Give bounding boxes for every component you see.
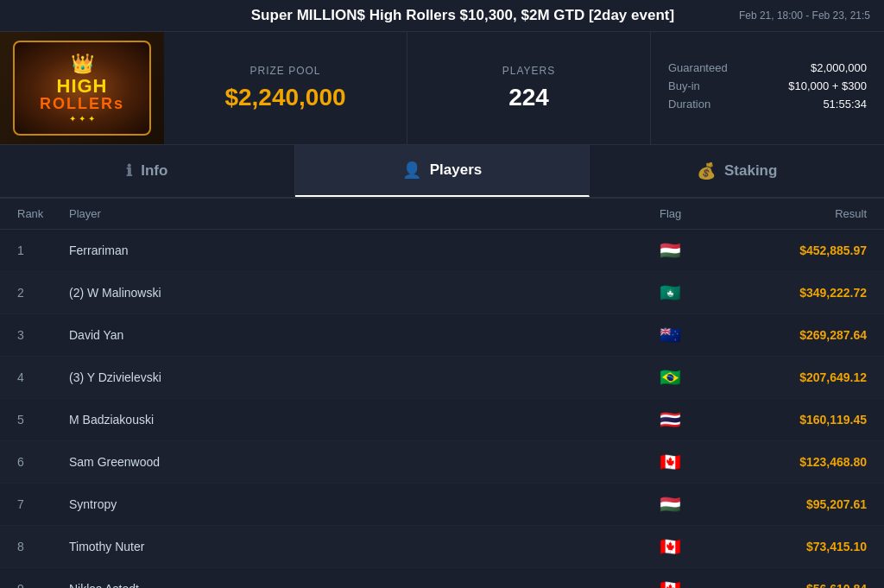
- prize-pool-section: Prize Pool $2,240,000: [164, 32, 407, 144]
- table-row[interactable]: 3 David Yan 🇳🇿 $269,287.64: [0, 314, 884, 357]
- col-header-player: Player: [69, 207, 660, 220]
- duration-value: 51:55:34: [823, 98, 867, 111]
- staking-icon: 💰: [697, 161, 716, 180]
- duration-row: Duration 51:55:34: [668, 98, 867, 111]
- rank-cell: 8: [17, 540, 69, 553]
- tab-staking-label: Staking: [724, 162, 777, 180]
- rank-cell: 3: [17, 328, 69, 342]
- info-icon: ℹ: [126, 161, 132, 180]
- table-row[interactable]: 7 Syntropy 🇭🇺 $95,207.61: [0, 484, 884, 526]
- result-value: $123,468.80: [729, 455, 867, 469]
- rank-cell: 4: [17, 370, 69, 384]
- country-flag: 🇧🇷: [660, 367, 729, 388]
- result-value: $452,885.97: [729, 243, 867, 257]
- player-name: (3) Y Dzivielevski: [69, 370, 660, 384]
- player-name: (2) W Malinowski: [69, 286, 660, 300]
- rank-cell: 7: [17, 497, 69, 511]
- guaranteed-row: Guaranteed $2,000,000: [668, 61, 867, 74]
- country-flag: 🇭🇺: [660, 494, 729, 515]
- player-name: Ferrariman: [69, 243, 660, 257]
- players-value: 224: [508, 84, 549, 111]
- player-name: Syntropy: [69, 497, 660, 511]
- table-header-row: Rank Player Flag Result: [0, 199, 884, 230]
- rank-cell: 2: [17, 286, 69, 300]
- players-label: Players: [502, 65, 555, 77]
- country-flag: 🇨🇦: [660, 579, 729, 588]
- tournament-date: Feb 21, 18:00 - Feb 23, 21:5: [739, 9, 870, 22]
- tournament-header: Super MILLION$ High Rollers $10,300, $2M…: [0, 0, 884, 32]
- country-flag: 🇲🇴: [660, 282, 729, 303]
- buyin-row: Buy-in $10,000 + $300: [668, 79, 867, 92]
- table-row[interactable]: 6 Sam Greenwood 🇨🇦 $123,468.80: [0, 441, 884, 484]
- result-value: $56,610.84: [729, 582, 867, 588]
- tab-players-label: Players: [430, 161, 483, 179]
- result-value: $349,222.72: [729, 286, 867, 300]
- tab-info[interactable]: ℹ Info: [0, 145, 295, 197]
- country-flag: 🇹🇭: [660, 409, 729, 430]
- result-value: $207,649.12: [729, 370, 867, 384]
- rank-cell: 5: [17, 413, 69, 427]
- logo-decoration: ✦ ✦ ✦: [69, 114, 95, 123]
- rank-cell: 9: [17, 582, 69, 588]
- result-value: $95,207.61: [729, 497, 867, 511]
- tournament-title: Super MILLION$ High Rollers $10,300, $2M…: [186, 7, 739, 24]
- buyin-label: Buy-in: [668, 79, 700, 92]
- player-name: M Badziakouski: [69, 413, 660, 427]
- result-value: $73,415.10: [729, 540, 867, 553]
- duration-label: Duration: [668, 98, 710, 111]
- guaranteed-value: $2,000,000: [811, 61, 867, 74]
- country-flag: 🇨🇦: [660, 452, 729, 472]
- players-icon: 👤: [402, 161, 421, 180]
- col-header-result: Result: [729, 207, 867, 220]
- col-header-flag: Flag: [660, 207, 729, 220]
- table-row[interactable]: 1 Ferrariman 🇭🇺 $452,885.97: [0, 230, 884, 272]
- table-row[interactable]: 2 (2) W Malinowski 🇲🇴 $349,222.72: [0, 272, 884, 314]
- players-count-section: Players 224: [407, 32, 651, 144]
- col-header-rank: Rank: [17, 207, 69, 220]
- prize-pool-label: Prize Pool: [249, 65, 320, 77]
- info-bar: 👑 HIGH ROLLERs ✦ ✦ ✦ Prize Pool $2,240,0…: [0, 32, 884, 145]
- tournament-logo: 👑 HIGH ROLLERs ✦ ✦ ✦: [13, 41, 151, 136]
- rank-cell: 1: [17, 243, 69, 257]
- logo-text-high: HIGH: [57, 77, 108, 96]
- country-flag: 🇨🇦: [660, 536, 729, 557]
- players-table: Rank Player Flag Result 1 Ferrariman 🇭🇺 …: [0, 199, 884, 588]
- result-value: $160,119.45: [729, 413, 867, 427]
- logo-section: 👑 HIGH ROLLERs ✦ ✦ ✦: [0, 32, 164, 144]
- player-name: Niklas Astedt: [69, 582, 660, 588]
- tournament-details: Guaranteed $2,000,000 Buy-in $10,000 + $…: [651, 32, 884, 144]
- table-row[interactable]: 9 Niklas Astedt 🇨🇦 $56,610.84: [0, 568, 884, 588]
- tab-staking[interactable]: 💰 Staking: [590, 145, 884, 197]
- table-row[interactable]: 4 (3) Y Dzivielevski 🇧🇷 $207,649.12: [0, 357, 884, 399]
- crown-icon: 👑: [71, 53, 94, 75]
- country-flag: 🇭🇺: [660, 240, 729, 261]
- tab-info-label: Info: [141, 162, 167, 180]
- guaranteed-label: Guaranteed: [668, 61, 728, 74]
- rank-cell: 6: [17, 455, 69, 469]
- country-flag: 🇳🇿: [660, 325, 729, 345]
- table-row[interactable]: 8 Timothy Nuter 🇨🇦 $73,415.10: [0, 526, 884, 568]
- buyin-value: $10,000 + $300: [788, 79, 867, 92]
- tab-bar: ℹ Info 👤 Players 💰 Staking: [0, 145, 884, 199]
- result-value: $269,287.64: [729, 328, 867, 342]
- tab-players[interactable]: 👤 Players: [295, 145, 590, 197]
- player-name: David Yan: [69, 328, 660, 342]
- player-name: Timothy Nuter: [69, 540, 660, 553]
- player-name: Sam Greenwood: [69, 455, 660, 469]
- prize-pool-value: $2,240,000: [224, 84, 345, 111]
- table-body: 1 Ferrariman 🇭🇺 $452,885.97 2 (2) W Mali…: [0, 230, 884, 588]
- logo-text-rollers: ROLLERs: [40, 96, 124, 111]
- table-row[interactable]: 5 M Badziakouski 🇹🇭 $160,119.45: [0, 399, 884, 441]
